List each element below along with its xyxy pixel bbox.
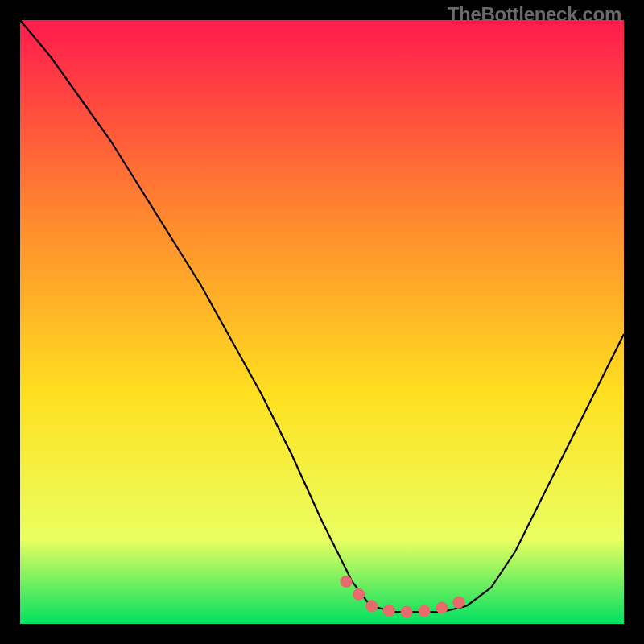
highlight-markers bbox=[346, 582, 467, 613]
chart-container: { "watermark": "TheBottleneck.com", "col… bbox=[0, 0, 644, 644]
watermark-text: TheBottleneck.com bbox=[448, 3, 621, 26]
curve-overlay bbox=[20, 20, 624, 624]
bottleneck-curve bbox=[20, 20, 624, 612]
plot-area bbox=[20, 20, 624, 624]
